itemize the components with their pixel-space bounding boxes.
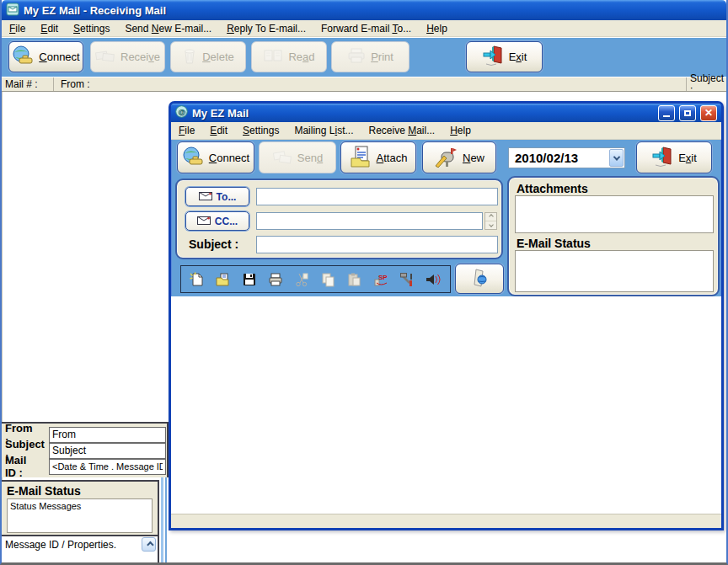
bg-menu-file[interactable]: File: [2, 21, 33, 36]
preview-from-field[interactable]: [49, 427, 166, 443]
cc-button-label: CC...: [215, 216, 238, 227]
maximize-button[interactable]: [679, 105, 696, 121]
new-label: New: [463, 152, 484, 164]
column-mail-number[interactable]: Mail # :: [2, 77, 54, 91]
message-id-text: Message ID / Properties.: [2, 536, 158, 553]
envelope-icon: [199, 191, 212, 203]
extra-tool-button[interactable]: [455, 264, 504, 294]
at-sign-icon: @: [175, 105, 188, 120]
new-document-icon[interactable]: [189, 270, 204, 289]
mail-list-header: Mail # : From : Subject :: [2, 77, 728, 92]
cc-spinner[interactable]: [484, 212, 497, 230]
new-mail-icon: [434, 146, 458, 170]
globe-phone-icon: [12, 45, 34, 68]
bg-menu-help[interactable]: Help: [419, 21, 455, 36]
trash-icon: [182, 46, 197, 67]
fg-connect-button[interactable]: Connect: [177, 141, 254, 173]
tools-icon[interactable]: [399, 270, 415, 289]
message-body-area[interactable]: [171, 296, 721, 514]
minimize-icon: [663, 115, 670, 117]
cut-icon[interactable]: [294, 270, 309, 289]
fg-toolbar-area: Connect Send Attach New: [171, 140, 721, 296]
connect-button[interactable]: Connect: [8, 41, 83, 72]
bg-exit-button[interactable]: Exit: [466, 41, 543, 72]
print-label: Print: [371, 51, 393, 63]
column-from[interactable]: From :: [54, 77, 686, 91]
date-dropdown[interactable]: 2010/02/13: [508, 147, 625, 168]
close-button[interactable]: ✕: [700, 105, 717, 121]
printer-icon: [347, 47, 366, 67]
copy-icon[interactable]: [320, 270, 335, 289]
status-messages-box[interactable]: Status Messages: [7, 498, 153, 533]
attachments-groupbox: Attachments E-Mail Status: [507, 176, 720, 296]
receive-label: Receive: [120, 51, 160, 63]
fg-menu-edit[interactable]: Edit: [202, 123, 235, 138]
to-button-label: To...: [217, 191, 237, 203]
attachments-listbox[interactable]: [515, 195, 714, 233]
spinner-down-icon[interactable]: [485, 221, 496, 230]
bg-menu-settings[interactable]: Settings: [66, 21, 117, 36]
spell-check-icon[interactable]: SP: [373, 270, 388, 289]
fg-window-title: My EZ Mail: [192, 107, 654, 120]
email-status-panel: E-Mail Status Status Messages: [2, 480, 159, 536]
bg-titlebar[interactable]: My EZ Mail - Receiving Mail: [2, 0, 726, 20]
exit-door-icon: [651, 146, 673, 170]
print-button[interactable]: Print: [331, 41, 410, 72]
fg-menu-help[interactable]: Help: [442, 123, 479, 138]
open-folder-icon[interactable]: [215, 270, 230, 289]
cc-input[interactable]: [256, 212, 483, 230]
spinner-up-icon[interactable]: [485, 213, 496, 221]
fg-menu-mailing-list[interactable]: Mailing List...: [286, 123, 361, 138]
read-pages-icon: [263, 47, 283, 67]
to-button[interactable]: To...: [185, 187, 249, 206]
to-input[interactable]: [256, 188, 498, 205]
attach-label: Attach: [377, 152, 408, 164]
address-groupbox: To... CC... Subject :: [175, 179, 503, 259]
bg-menubar: File Edit Settings Send New E-mail... Re…: [2, 20, 726, 37]
print-icon[interactable]: [268, 270, 283, 289]
receive-button[interactable]: Receive: [90, 41, 165, 72]
fg-exit-label: Exit: [678, 152, 697, 164]
send-label: Send: [297, 152, 323, 164]
cc-button[interactable]: CC...: [185, 211, 249, 231]
app-icon: [6, 3, 19, 19]
preview-mail-id-label: Mail ID :: [5, 454, 26, 479]
bg-menu-reply-to-email[interactable]: Reply To E-mail...: [219, 21, 313, 36]
message-id-area[interactable]: Message ID / Properties.: [2, 536, 159, 562]
bg-menu-forward-email-to[interactable]: Forward E-mail To...: [313, 21, 419, 36]
bg-menu-edit[interactable]: Edit: [33, 21, 66, 36]
minimize-button[interactable]: [658, 105, 675, 121]
bg-toolbar: Connect Receive Delete Read: [2, 38, 728, 77]
format-toolbar: SP: [180, 265, 451, 293]
send-button[interactable]: Send: [259, 141, 336, 173]
fg-menu-settings[interactable]: Settings: [235, 123, 286, 138]
preview-subject-field[interactable]: [49, 443, 166, 459]
message-id-scrollbar[interactable]: [142, 537, 156, 552]
send-envelopes-icon: [272, 148, 292, 168]
paste-icon[interactable]: [346, 270, 361, 289]
read-button[interactable]: Read: [251, 41, 327, 72]
fg-menu-receive-mail[interactable]: Receive Mail...: [361, 123, 442, 138]
new-button[interactable]: New: [422, 141, 496, 173]
fg-menu-file[interactable]: File: [171, 123, 202, 138]
chevron-down-icon[interactable]: [609, 149, 624, 167]
svg-text:@: @: [178, 108, 185, 116]
preview-mail-id-field[interactable]: [49, 459, 166, 475]
compose-mail-window: @ My EZ Mail ✕ File Edit Settings Mailin…: [169, 101, 724, 530]
fg-exit-button[interactable]: Exit: [636, 141, 712, 173]
subject-label: Subject :: [189, 237, 238, 251]
fg-email-status-listbox[interactable]: [515, 250, 714, 292]
bg-menu-send-new-email[interactable]: Send New E-mail...: [117, 21, 219, 36]
desktop: My EZ Mail - Receiving Mail File Edit Se…: [0, 0, 728, 565]
attach-button[interactable]: Attach: [340, 141, 416, 173]
bg-exit-label: Exit: [509, 51, 527, 63]
globe-phone-icon: [182, 147, 204, 169]
subject-input[interactable]: [256, 236, 498, 253]
delete-button[interactable]: Delete: [170, 41, 246, 72]
exit-door-icon: [482, 45, 504, 69]
sound-icon[interactable]: [426, 270, 442, 289]
read-label: Read: [288, 51, 314, 63]
column-subject[interactable]: Subject :: [686, 77, 728, 91]
fg-titlebar[interactable]: @ My EZ Mail ✕: [171, 104, 721, 122]
save-icon[interactable]: [241, 270, 256, 289]
